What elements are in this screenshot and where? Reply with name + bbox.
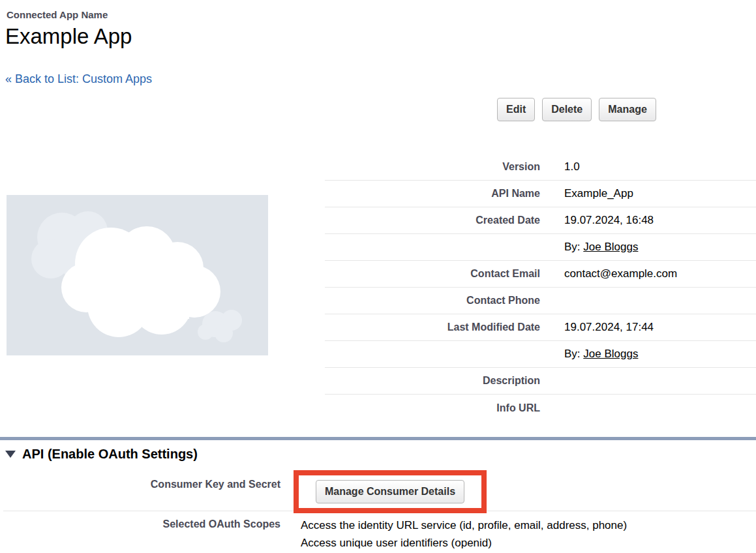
by-prefix: By: — [564, 241, 583, 253]
section-divider-bar — [0, 437, 756, 440]
field-value: Example_App — [540, 187, 633, 200]
detail-row-contact-phone: Contact Phone — [325, 288, 756, 314]
field-value: By: Joe Bloggs — [540, 241, 638, 254]
detail-row-description: Description — [325, 368, 756, 395]
section-collapse-icon[interactable] — [5, 451, 16, 458]
oauth-scopes-values: Access the identity URL service (id, pro… — [301, 516, 627, 552]
record-type-label: Connected App Name — [7, 9, 108, 20]
delete-button[interactable]: Delete — [542, 98, 592, 121]
created-by-user-link[interactable]: Joe Bloggs — [583, 241, 638, 253]
oauth-section-title: API (Enable OAuth Settings) — [22, 447, 198, 462]
manage-consumer-details-button[interactable]: Manage Consumer Details — [316, 480, 464, 503]
detail-row-info-url: Info URL — [325, 395, 756, 421]
field-value: 19.07.2024, 16:48 — [540, 214, 654, 227]
detail-row-created-date: Created Date 19.07.2024, 16:48 — [325, 207, 756, 234]
app-logo-image — [7, 195, 268, 355]
field-label: Contact Phone — [325, 295, 540, 306]
field-label: Created Date — [325, 215, 540, 226]
detail-row-version: Version 1.0 — [325, 154, 756, 181]
selected-oauth-scopes-label: Selected OAuth Scopes — [0, 516, 280, 552]
field-value: 1.0 — [540, 160, 580, 173]
field-value: By: Joe Bloggs — [540, 348, 638, 361]
field-label: Info URL — [325, 402, 540, 414]
action-toolbar: Edit Delete Manage — [497, 98, 656, 121]
field-value: 19.07.2024, 17:44 — [540, 321, 654, 334]
manage-button[interactable]: Manage — [599, 98, 656, 121]
modified-by-user-link[interactable]: Joe Bloggs — [583, 348, 638, 360]
consumer-key-secret-label: Consumer Key and Secret — [0, 479, 280, 490]
detail-row-modified-by: By: Joe Bloggs — [325, 341, 756, 368]
detail-row-contact-email: Contact Email contact@example.com — [325, 261, 756, 288]
field-value — [540, 408, 564, 408]
detail-table: Version 1.0 API Name Example_App Created… — [325, 154, 756, 421]
edit-button[interactable]: Edit — [497, 98, 535, 121]
detail-row-api-name: API Name Example_App — [325, 181, 756, 207]
oauth-scope-item: Access unique user identifiers (openid) — [301, 534, 627, 552]
field-label: API Name — [325, 188, 540, 200]
field-value — [540, 301, 564, 301]
field-label: Last Modified Date — [325, 321, 540, 333]
field-label: Contact Email — [325, 268, 540, 280]
field-label: Version — [325, 161, 540, 173]
page-title: Example App — [5, 24, 132, 49]
field-label: Description — [325, 375, 540, 387]
cloud-icon — [7, 195, 268, 355]
detail-row-last-modified-date: Last Modified Date 19.07.2024, 17:44 — [325, 314, 756, 341]
selected-oauth-scopes-row: Selected OAuth Scopes Access the identit… — [0, 516, 756, 552]
detail-row-created-by: By: Joe Bloggs — [325, 234, 756, 261]
by-prefix: By: — [564, 348, 583, 360]
annotation-highlight-box: Manage Consumer Details — [294, 470, 487, 513]
oauth-scope-item: Access the identity URL service (id, pro… — [301, 516, 627, 534]
oauth-section-header: API (Enable OAuth Settings) — [5, 447, 198, 462]
back-to-list-link[interactable]: « Back to List: Custom Apps — [5, 72, 152, 86]
field-value: contact@example.com — [540, 267, 677, 280]
field-value — [540, 381, 564, 381]
